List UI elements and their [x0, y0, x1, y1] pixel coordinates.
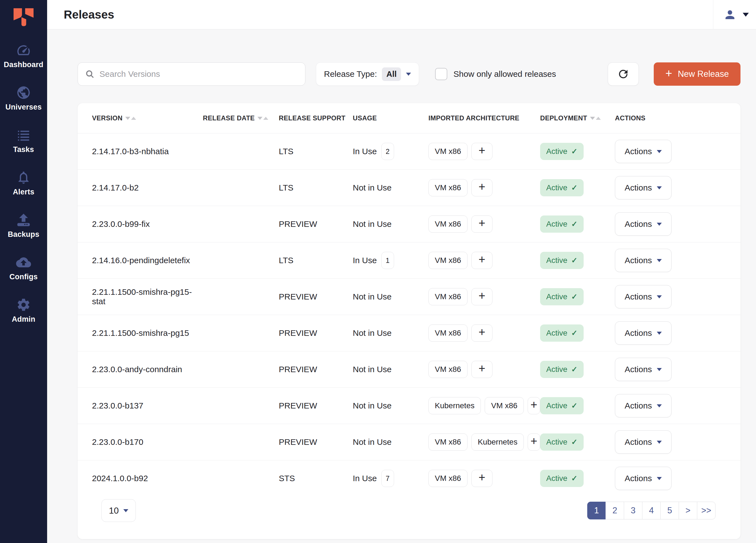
last-page-button[interactable]: >> [697, 502, 716, 519]
usage-label: Not in Use [353, 292, 392, 302]
architecture-cell: VM x86 + [428, 325, 540, 342]
architecture-cell: VM x86 + [428, 470, 540, 487]
column-header-deployment[interactable]: DEPLOYMENT [540, 114, 615, 122]
refresh-button[interactable] [608, 62, 639, 86]
sort-icon[interactable] [125, 117, 136, 120]
row-actions-button[interactable]: Actions [615, 212, 671, 236]
add-architecture-button[interactable]: + [471, 361, 492, 378]
version-cell: 2.23.0.0-b137 [92, 401, 203, 411]
filters-row: Release Type: All Show only allowed rele… [78, 62, 740, 86]
column-header-actions: ACTIONS [615, 114, 726, 122]
sidebar-item-backups[interactable]: Backups [0, 212, 47, 239]
deployment-cell: Active✓ [540, 179, 615, 196]
page-button-4[interactable]: 4 [642, 502, 661, 519]
usage-cell: Not in Use [353, 365, 428, 374]
page-button-5[interactable]: 5 [660, 502, 679, 519]
table-footer: 10 1 2 3 4 5 > >> [78, 496, 740, 539]
chevron-down-icon [657, 223, 662, 226]
add-architecture-button[interactable]: + [471, 179, 492, 196]
sidebar-item-label: Alerts [13, 188, 34, 196]
release-support-cell: STS [279, 474, 353, 483]
row-actions-button[interactable]: Actions [615, 176, 671, 199]
actions-cell: Actions [615, 140, 726, 163]
add-architecture-button[interactable]: + [471, 470, 492, 487]
sidebar-item-admin[interactable]: Admin [0, 297, 47, 324]
release-support-cell: LTS [279, 147, 353, 156]
architecture-chip: VM x86 [428, 288, 468, 305]
column-header-release-date[interactable]: RELEASE DATE [203, 114, 279, 122]
release-type-dropdown[interactable]: Release Type: All [316, 62, 419, 86]
actions-cell: Actions [615, 394, 726, 417]
page-button-3[interactable]: 3 [624, 502, 642, 519]
page-size-dropdown[interactable]: 10 [101, 499, 136, 522]
deployment-cell: Active✓ [540, 434, 615, 451]
sidebar: Dashboard Universes Tasks Alerts Backups… [0, 0, 47, 543]
add-architecture-button[interactable]: + [528, 397, 540, 414]
chevron-down-icon [743, 13, 749, 17]
sidebar-item-configs[interactable]: Configs [0, 255, 47, 281]
show-allowed-checkbox[interactable] [435, 68, 447, 80]
table-row: 2.14.17.0-b2 LTS Not in Use VM x86 + [78, 169, 740, 206]
add-architecture-button[interactable]: + [471, 143, 492, 160]
row-actions-button[interactable]: Actions [615, 249, 671, 272]
chevron-down-icon [657, 259, 662, 262]
add-architecture-button[interactable]: + [471, 288, 492, 305]
check-icon: ✓ [571, 329, 578, 338]
usage-cell: Not in Use [353, 219, 428, 229]
show-allowed-releases-toggle[interactable]: Show only allowed releases [435, 68, 556, 80]
architecture-chip: VM x86 [428, 325, 468, 342]
chevron-down-icon [657, 477, 662, 480]
usage-cell: In Use 2 [353, 143, 428, 160]
page-button-2[interactable]: 2 [606, 502, 624, 519]
new-release-button[interactable]: + New Release [654, 62, 740, 86]
chevron-down-icon [657, 368, 662, 371]
search-input[interactable] [99, 69, 298, 79]
row-actions-button[interactable]: Actions [615, 322, 671, 345]
row-actions-button[interactable]: Actions [615, 285, 671, 309]
sidebar-item-dashboard[interactable]: Dashboard [0, 43, 47, 69]
sidebar-item-tasks[interactable]: Tasks [0, 127, 47, 154]
column-header-version[interactable]: VERSION [92, 114, 203, 122]
column-header-imported-architecture: IMPORTED ARCHITECTURE [428, 114, 540, 122]
user-menu[interactable] [713, 0, 756, 29]
table-row: 2024.1.0.0-b92 STS In Use 7 VM x86 + [78, 460, 740, 496]
page-button-1[interactable]: 1 [587, 502, 606, 519]
row-actions-button[interactable]: Actions [615, 394, 671, 417]
row-actions-button[interactable]: Actions [615, 467, 671, 490]
search-box [78, 62, 305, 86]
refresh-icon [617, 68, 630, 80]
deployment-cell: Active✓ [540, 252, 615, 269]
add-architecture-button[interactable]: + [471, 252, 492, 269]
column-header-release-support: RELEASE SUPPORT [279, 114, 353, 122]
check-icon: ✓ [571, 401, 578, 410]
tasks-list-icon [16, 127, 31, 142]
deployment-cell: Active✓ [540, 470, 615, 487]
usage-count-badge: 1 [381, 252, 394, 269]
architecture-chip: VM x86 [428, 361, 468, 378]
row-actions-button[interactable]: Actions [615, 358, 671, 381]
table-row: 2.21.1.1500-smishra-pg15 PREVIEW Not in … [78, 315, 740, 351]
next-page-button[interactable]: > [679, 502, 697, 519]
yugabyte-logo-icon[interactable] [11, 7, 36, 28]
chevron-down-icon [657, 186, 662, 189]
sort-icon[interactable] [257, 117, 268, 120]
version-cell: 2.23.0.0-b170 [92, 437, 203, 447]
architecture-cell: VM x86 + [428, 252, 540, 269]
deployment-status-badge: Active✓ [540, 434, 584, 451]
actions-cell: Actions [615, 322, 726, 345]
sort-icon[interactable] [590, 117, 601, 120]
row-actions-button[interactable]: Actions [615, 140, 671, 163]
sidebar-item-universes[interactable]: Universes [0, 85, 47, 111]
version-cell: 2.14.17.0-b2 [92, 183, 203, 192]
table-row: 2.23.0.0-b99-fix PREVIEW Not in Use VM x… [78, 206, 740, 242]
add-architecture-button[interactable]: + [471, 325, 492, 342]
architecture-cell: VM x86 + [428, 288, 540, 305]
sidebar-nav: Dashboard Universes Tasks Alerts Backups… [0, 43, 47, 324]
sidebar-item-alerts[interactable]: Alerts [0, 170, 47, 196]
architecture-chip: VM x86 [428, 434, 468, 451]
row-actions-button[interactable]: Actions [615, 430, 671, 454]
add-architecture-button[interactable]: + [471, 215, 492, 233]
table-row: 2.21.1.1500-smishra-pg15-stat PREVIEW No… [78, 279, 740, 315]
add-architecture-button[interactable]: + [528, 434, 540, 451]
architecture-chip: Kubernetes [428, 397, 481, 414]
